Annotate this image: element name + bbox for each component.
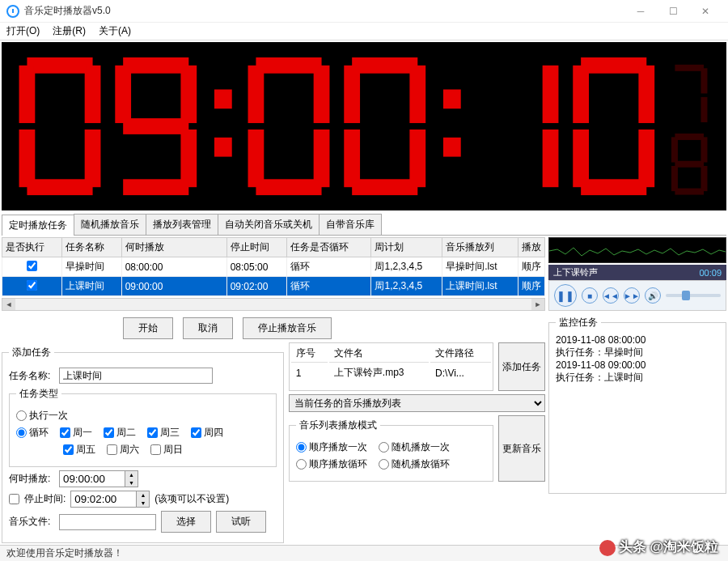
col-stop[interactable]: 停止时间: [226, 238, 286, 257]
pause-button[interactable]: ❚❚: [554, 284, 577, 307]
svg-rect-18: [315, 130, 329, 186]
col-mode[interactable]: 播放: [518, 238, 545, 257]
svg-rect-28: [544, 66, 558, 122]
tab-builtin[interactable]: 自带音乐库: [319, 214, 382, 235]
radio-seq-loop[interactable]: 顺序播放循环: [296, 457, 367, 471]
svg-rect-37: [700, 68, 707, 93]
radio-seq-once[interactable]: 顺序播放一次: [296, 440, 367, 454]
scroll-right-icon[interactable]: ►: [531, 299, 544, 310]
svg-rect-36: [675, 65, 704, 71]
titlebar: 音乐定时播放器v5.0 ─ ☐ ✕: [0, 0, 728, 23]
file-label: 音乐文件:: [9, 515, 54, 529]
window-controls: ─ ☐ ✕: [624, 0, 722, 23]
svg-rect-41: [700, 137, 707, 162]
maximize-button[interactable]: ☐: [657, 0, 689, 23]
svg-rect-44: [700, 166, 707, 191]
cb-sat[interactable]: 周六: [107, 443, 139, 457]
svg-rect-9: [124, 119, 188, 134]
seven-segment-clock: [8, 50, 720, 202]
svg-rect-43: [671, 166, 678, 191]
stop-enable-checkbox[interactable]: [9, 494, 19, 504]
table-row[interactable]: 早操时间 08:00:00 08:05:00 循环 周1,2,3,4,5 早操时…: [2, 257, 545, 277]
radio-once[interactable]: 执行一次: [16, 409, 68, 423]
svg-rect-21: [345, 66, 359, 122]
svg-rect-15: [249, 66, 264, 122]
file-list[interactable]: 序号文件名文件路径 1上下课铃声.mp3D:\Vi...: [289, 342, 493, 391]
svg-rect-39: [675, 134, 704, 140]
col-loop[interactable]: 任务是否循环: [286, 238, 371, 257]
cb-sun[interactable]: 周日: [150, 443, 183, 457]
status-bar: 欢迎使用音乐定时播放器！: [0, 545, 728, 561]
svg-rect-33: [574, 130, 588, 186]
list-item: 1上下课铃声.mp3D:\Vi...: [291, 364, 491, 381]
svg-rect-13: [215, 138, 231, 156]
svg-rect-45: [675, 189, 704, 195]
stop-button[interactable]: ■: [582, 287, 598, 304]
cb-thu[interactable]: 周四: [191, 426, 223, 440]
row-exec-checkbox[interactable]: [27, 280, 37, 291]
col-when[interactable]: 何时播放: [121, 238, 226, 257]
tab-playlist[interactable]: 播放列表管理: [146, 214, 218, 235]
player-title-bar: 上下课铃声 00:09: [548, 265, 726, 280]
radio-rand-loop[interactable]: 随机播放循环: [379, 457, 450, 471]
next-button[interactable]: ►►: [624, 287, 640, 304]
playlist-select[interactable]: 当前任务的音乐播放列表: [289, 394, 545, 412]
music-file-input[interactable]: [59, 514, 156, 530]
when-spinner[interactable]: ▲▼: [59, 470, 138, 487]
prev-button[interactable]: ◄◄: [603, 287, 619, 304]
svg-rect-22: [410, 66, 425, 122]
task-table: 是否执行 任务名称 何时播放 停止时间 任务是否循环 周计划 音乐播放列 播放 …: [2, 237, 545, 296]
monitor-log: 2019-11-08 08:00:00 执行任务：早操时间 2019-11-08…: [556, 334, 719, 385]
minimize-button[interactable]: ─: [624, 0, 657, 23]
tab-scheduled[interactable]: 定时播放任务: [2, 215, 74, 236]
playmode-fieldset: 音乐列表播放模式 顺序播放一次 随机播放一次 顺序播放循环 随机播放循环: [289, 419, 493, 482]
svg-rect-35: [582, 180, 645, 194]
stop-note: (该项可以不设置): [154, 492, 229, 506]
col-name[interactable]: 任务名称: [61, 238, 121, 257]
select-button[interactable]: 选择: [161, 511, 211, 533]
cb-tue[interactable]: 周二: [104, 426, 136, 440]
svg-rect-6: [124, 58, 188, 73]
update-music-button[interactable]: 更新音乐: [498, 415, 545, 482]
table-row[interactable]: 上课时间 09:00:00 09:02:00 循环 周1,2,3,4,5 上课时…: [2, 277, 545, 296]
cancel-button[interactable]: 取消: [183, 317, 233, 339]
col-exec[interactable]: 是否执行: [2, 238, 62, 257]
svg-rect-0: [28, 58, 91, 73]
cb-wed[interactable]: 周三: [147, 426, 180, 440]
svg-rect-2: [86, 66, 100, 122]
tab-random[interactable]: 随机播放音乐: [74, 214, 146, 235]
col-list[interactable]: 音乐播放列: [442, 238, 518, 257]
cb-mon[interactable]: 周一: [60, 426, 92, 440]
horizontal-scrollbar[interactable]: ◄ ►: [2, 298, 545, 311]
stop-spinner[interactable]: ▲▼: [70, 491, 150, 508]
close-button[interactable]: ✕: [689, 0, 722, 23]
svg-rect-1: [20, 66, 35, 122]
menu-open[interactable]: 打开(O): [6, 24, 40, 38]
svg-rect-4: [86, 130, 100, 186]
preview-button[interactable]: 试听: [216, 511, 266, 533]
menu-about[interactable]: 关于(A): [99, 24, 131, 38]
volume-slider[interactable]: [666, 294, 721, 297]
svg-rect-42: [675, 161, 704, 168]
stop-label: 停止时间:: [24, 492, 66, 506]
col-week[interactable]: 周计划: [371, 238, 442, 257]
stop-music-button[interactable]: 停止播放音乐: [243, 317, 332, 339]
volume-icon[interactable]: 🔊: [645, 287, 661, 304]
add-task-button[interactable]: 添加任务: [498, 342, 545, 391]
menu-register[interactable]: 注册(R): [53, 24, 86, 38]
svg-rect-31: [574, 66, 588, 122]
scroll-left-icon[interactable]: ◄: [2, 299, 15, 310]
task-name-input[interactable]: [59, 368, 213, 384]
start-button[interactable]: 开始: [123, 317, 173, 339]
svg-rect-8: [181, 66, 196, 122]
task-type-fieldset: 任务类型 执行一次 循环 周一 周二 周三 周四 周五 周六 周日: [9, 387, 277, 467]
player-controls: ❚❚ ■ ◄◄ ►► 🔊: [548, 280, 726, 311]
svg-rect-23: [345, 130, 359, 186]
radio-rand-once[interactable]: 随机播放一次: [379, 440, 450, 454]
svg-rect-27: [444, 138, 460, 156]
cb-fri[interactable]: 周五: [63, 443, 95, 457]
radio-loop[interactable]: 循环: [16, 426, 49, 440]
row-exec-checkbox[interactable]: [27, 261, 37, 271]
task-name-label: 任务名称:: [9, 369, 54, 383]
tab-autoclose[interactable]: 自动关闭音乐或关机: [218, 214, 320, 235]
